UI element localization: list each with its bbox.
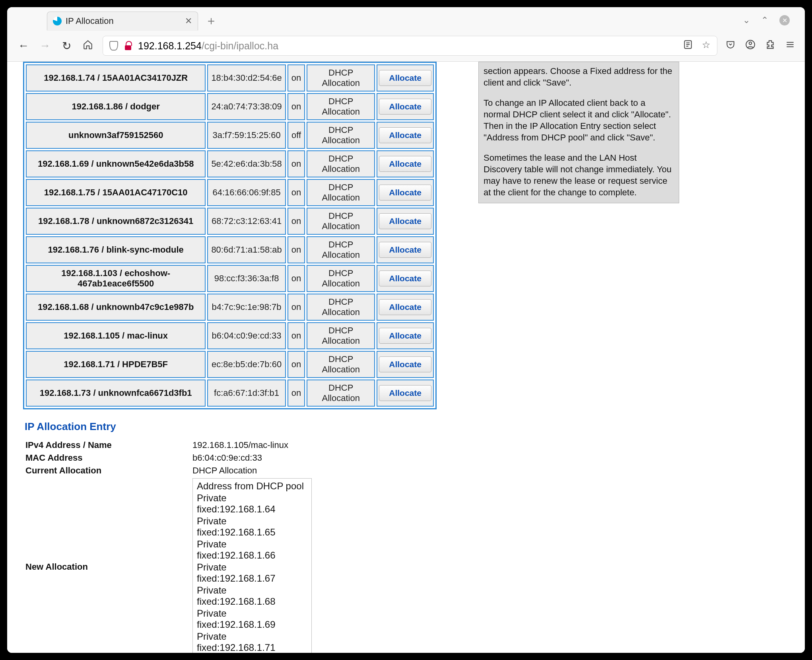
allocate-button[interactable]: Allocate <box>379 99 431 115</box>
globe-icon <box>53 17 62 25</box>
mac-label: MAC Address <box>25 453 192 463</box>
allocate-button[interactable]: Allocate <box>379 328 431 344</box>
address-bar[interactable]: 192.168.1.254/cgi-bin/ipalloc.ha ☆ <box>103 36 717 56</box>
device-name-cell: 192.168.1.74 / 15AA01AC34170JZR <box>26 64 206 92</box>
allocate-button[interactable]: Allocate <box>379 185 431 201</box>
tab-title: IP Allocation <box>66 16 181 26</box>
select-option[interactable]: Private fixed:192.168.1.64 <box>197 492 307 515</box>
mac-cell: 24:a0:74:73:38:09 <box>207 93 286 120</box>
help-text: section appears. Choose a Fixed address … <box>484 65 674 88</box>
mac-cell: ec:8e:b5:de:7b:60 <box>207 351 286 378</box>
section-heading: IP Allocation Entry <box>25 421 470 433</box>
allocation-type-cell: DHCP Allocation <box>307 265 375 292</box>
allocation-type-cell: DHCP Allocation <box>307 351 375 378</box>
select-option[interactable]: Private fixed:192.168.1.66 <box>197 538 307 561</box>
status-cell: on <box>288 208 305 235</box>
select-option[interactable]: Private fixed:192.168.1.65 <box>197 515 307 538</box>
new-allocation-select[interactable]: Address from DHCP poolPrivate fixed:192.… <box>192 478 312 653</box>
ipv4-label: IPv4 Address / Name <box>25 440 192 450</box>
allocate-button[interactable]: Allocate <box>379 127 431 143</box>
select-option[interactable]: Private fixed:192.168.1.68 <box>197 584 307 607</box>
status-cell: on <box>288 351 305 378</box>
allocate-button[interactable]: Allocate <box>379 213 431 229</box>
window-close-icon[interactable]: ✕ <box>779 15 790 25</box>
ip-allocation-table: 192.168.1.74 / 15AA01AC34170JZR18:b4:30:… <box>23 62 437 409</box>
home-button[interactable] <box>81 39 95 53</box>
device-name-cell: 192.168.1.78 / unknown6872c3126341 <box>26 208 206 235</box>
allocation-type-cell: DHCP Allocation <box>307 150 375 177</box>
close-tab-icon[interactable]: ✕ <box>185 16 192 26</box>
allocate-button[interactable]: Allocate <box>379 385 431 401</box>
allocate-button[interactable]: Allocate <box>379 271 431 286</box>
action-cell: Allocate <box>377 322 434 349</box>
status-cell: on <box>288 294 305 321</box>
table-row: 192.168.1.73 / unknownfca6671d3fb1fc:a6:… <box>26 380 434 407</box>
status-cell: on <box>288 93 305 120</box>
table-row: 192.168.1.103 / echoshow-467ab1eace6f550… <box>26 265 434 292</box>
back-button[interactable]: ← <box>17 39 30 52</box>
pocket-icon[interactable] <box>725 39 736 53</box>
select-option[interactable]: Private fixed:192.168.1.67 <box>197 561 307 584</box>
select-option[interactable]: Private fixed:192.168.1.69 <box>197 607 307 631</box>
shield-icon[interactable] <box>109 41 118 51</box>
browser-chrome: IP Allocation ✕ ＋ ⌄ ← → ↻ 192.168.1.254/… <box>7 7 805 62</box>
table-row: unknown3af7591525603a:f7:59:15:25:60offD… <box>26 122 434 149</box>
allocation-type-cell: DHCP Allocation <box>307 93 375 120</box>
action-cell: Allocate <box>377 122 434 149</box>
new-tab-button[interactable]: ＋ <box>201 13 221 29</box>
action-cell: Allocate <box>377 294 434 321</box>
insecure-lock-icon[interactable] <box>124 41 132 50</box>
allocation-type-cell: DHCP Allocation <box>307 380 375 407</box>
current-alloc-value: DHCP Allocation <box>192 465 257 476</box>
allocate-button[interactable]: Allocate <box>379 356 431 372</box>
table-row: 192.168.1.74 / 15AA01AC34170JZR18:b4:30:… <box>26 64 434 92</box>
allocate-button[interactable]: Allocate <box>379 156 431 172</box>
menu-icon[interactable] <box>785 39 795 53</box>
window-chevron-down-icon[interactable]: ⌄ <box>743 15 750 25</box>
action-cell: Allocate <box>377 380 434 407</box>
select-option[interactable]: Private fixed:192.168.1.71 <box>197 631 307 653</box>
extensions-icon[interactable] <box>765 39 775 53</box>
browser-tab[interactable]: IP Allocation ✕ <box>47 12 198 30</box>
device-name-cell: 192.168.1.86 / dodger <box>26 93 206 120</box>
device-name-cell: 192.168.1.103 / echoshow-467ab1eace6f550… <box>26 265 206 292</box>
help-panel: section appears. Choose a Fixed address … <box>478 62 679 203</box>
action-cell: Allocate <box>377 351 434 378</box>
allocation-type-cell: DHCP Allocation <box>307 122 375 149</box>
table-row: 192.168.1.71 / HPDE7B5Fec:8e:b5:de:7b:60… <box>26 351 434 378</box>
new-alloc-label: New Allocation <box>25 562 192 572</box>
mac-cell: 3a:f7:59:15:25:60 <box>207 122 286 149</box>
device-name-cell: 192.168.1.75 / 15AA01AC47170C10 <box>26 179 206 206</box>
status-cell: off <box>288 122 305 149</box>
table-row: 192.168.1.105 / mac-linuxb6:04:c0:9e:cd:… <box>26 322 434 349</box>
reader-mode-icon[interactable] <box>683 39 693 52</box>
table-row: 192.168.1.86 / dodger24:a0:74:73:38:09on… <box>26 93 434 120</box>
mac-value: b6:04:c0:9e:cd:33 <box>192 453 262 463</box>
mac-cell: 64:16:66:06:9f:85 <box>207 179 286 206</box>
table-row: 192.168.1.75 / 15AA01AC47170C1064:16:66:… <box>26 179 434 206</box>
action-cell: Allocate <box>377 93 434 120</box>
select-option[interactable]: Address from DHCP pool <box>197 480 307 492</box>
allocation-type-cell: DHCP Allocation <box>307 322 375 349</box>
table-row: 192.168.1.68 / unknownb47c9c1e987bb4:7c:… <box>26 294 434 321</box>
mac-cell: 5e:42:e6:da:3b:58 <box>207 150 286 177</box>
allocate-button[interactable]: Allocate <box>379 242 431 258</box>
device-name-cell: 192.168.1.73 / unknownfca6671d3fb1 <box>26 380 206 407</box>
status-cell: on <box>288 236 305 263</box>
action-cell: Allocate <box>377 236 434 263</box>
reload-button[interactable]: ↻ <box>60 39 73 53</box>
mac-cell: 68:72:c3:12:63:41 <box>207 208 286 235</box>
allocate-button[interactable]: Allocate <box>379 299 431 315</box>
url-text: 192.168.1.254/cgi-bin/ipalloc.ha <box>138 40 278 52</box>
allocate-button[interactable]: Allocate <box>379 70 431 86</box>
allocation-type-cell: DHCP Allocation <box>307 179 375 206</box>
status-cell: on <box>288 64 305 92</box>
window-chevron-up-icon[interactable]: ⌃ <box>761 15 768 25</box>
mac-cell: 18:b4:30:d2:54:6e <box>207 64 286 92</box>
action-cell: Allocate <box>377 208 434 235</box>
bookmark-star-icon[interactable]: ☆ <box>702 39 711 52</box>
mac-cell: fc:a6:67:1d:3f:b1 <box>207 380 286 407</box>
account-icon[interactable] <box>745 39 756 53</box>
device-name-cell: 192.168.1.71 / HPDE7B5F <box>26 351 206 378</box>
mac-cell: 98:cc:f3:36:3a:f8 <box>207 265 286 292</box>
